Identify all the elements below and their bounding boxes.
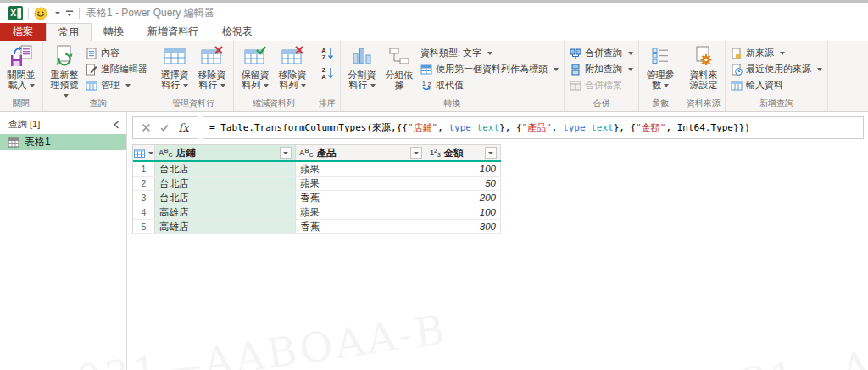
close-and-load-button[interactable]: 關閉並載入 xyxy=(3,42,40,90)
data-preview-grid: ABC 店鋪 ABC 產品 123 金額 1 台北店 蘋果 100 2 台北店 xyxy=(132,144,501,234)
group-label-combine: 合併 xyxy=(565,98,638,109)
ribbon-group-transform: 分割資料行 分組依據 資料類型: 文字 使用第一個資料列作為標頭 xyxy=(341,41,565,111)
cell-amount[interactable]: 100 xyxy=(426,162,501,176)
row-number[interactable]: 4 xyxy=(133,205,155,219)
cell-product[interactable]: 香蕉 xyxy=(296,220,426,233)
row-number[interactable]: 3 xyxy=(133,191,155,205)
group-label-manage-columns: 管理資料行 xyxy=(153,98,233,109)
advanced-editor-button[interactable]: 進階編輯器 xyxy=(83,61,150,77)
properties-button[interactable]: 內容 xyxy=(83,45,150,61)
query-list-item-selected[interactable]: 表格1 xyxy=(0,134,126,150)
data-type-label: 資料類型: 文字 xyxy=(420,47,481,59)
new-source-label: 新來源 xyxy=(746,47,774,59)
filter-button[interactable] xyxy=(410,147,422,159)
filter-caret-icon xyxy=(414,152,419,154)
tab-add-column[interactable]: 新增資料行 xyxy=(136,23,210,41)
choose-columns-button[interactable]: 選擇資料行 xyxy=(156,42,193,90)
dropdown-caret-icon xyxy=(30,84,35,87)
cell-store[interactable]: 高雄店 xyxy=(155,220,296,233)
refresh-preview-icon xyxy=(53,44,75,68)
append-queries-button[interactable]: 附加查詢 xyxy=(567,61,636,77)
manage-query-button[interactable]: 管理 xyxy=(83,77,150,93)
row-number[interactable]: 1 xyxy=(133,162,155,176)
cell-amount[interactable]: 200 xyxy=(426,191,501,205)
data-source-settings-button[interactable]: 資料來源設定 xyxy=(685,42,722,90)
cell-amount[interactable]: 300 xyxy=(426,220,501,233)
tab-file[interactable]: 檔案 xyxy=(0,23,46,41)
select-all-corner-button[interactable] xyxy=(133,145,155,160)
cell-product[interactable]: 香蕉 xyxy=(296,191,426,205)
cell-product[interactable]: 蘋果 xyxy=(296,205,426,219)
filter-button[interactable] xyxy=(485,147,497,159)
new-source-button[interactable]: 新來源 xyxy=(728,45,825,61)
group-by-button[interactable]: 分組依據 xyxy=(381,42,418,90)
watermark: 031—AABOAA-B xyxy=(73,306,450,370)
column-header-amount[interactable]: 123 金額 xyxy=(426,145,501,160)
filter-button[interactable] xyxy=(280,147,292,159)
window-title: 表格1 - Power Query 編輯器 xyxy=(86,6,214,20)
manage-parameters-button[interactable]: 管理參數 xyxy=(642,42,679,90)
remove-rows-button[interactable]: 移除資料列 xyxy=(274,42,311,90)
table-row: 2 台北店 蘋果 50 xyxy=(133,177,501,191)
dropdown-caret-icon xyxy=(554,68,559,71)
row-number[interactable]: 5 xyxy=(133,220,155,233)
queries-pane-header: 查詢 [1] xyxy=(0,112,126,134)
formula-text: }, { xyxy=(499,122,522,133)
dropdown-caret-icon xyxy=(125,84,131,87)
manage-icon xyxy=(86,80,97,92)
column-header-product[interactable]: ABC 產品 xyxy=(296,145,426,160)
replace-values-button[interactable]: 12 取代值 xyxy=(418,77,561,93)
sort-descending-button[interactable]: ZA xyxy=(317,64,337,81)
dropdown-caret-icon xyxy=(628,68,633,71)
column-header-store[interactable]: ABC 店鋪 xyxy=(155,145,296,160)
refresh-preview-button[interactable]: 重新整理預覽 xyxy=(46,42,83,100)
quick-access-toolbar-options-icon[interactable] xyxy=(65,9,74,18)
svg-text:X: X xyxy=(10,8,16,18)
ribbon-group-query: 重新整理預覽 內容 進階編輯器 管理 xyxy=(43,41,153,111)
merge-queries-button[interactable]: 合併查詢 xyxy=(567,45,636,61)
cell-amount[interactable]: 50 xyxy=(426,177,501,190)
cell-store[interactable]: 台北店 xyxy=(155,162,296,176)
merge-queries-icon xyxy=(570,48,581,59)
cell-product[interactable]: 蘋果 xyxy=(296,177,426,190)
tab-transform[interactable]: 轉換 xyxy=(92,23,136,41)
cell-store[interactable]: 台北店 xyxy=(155,177,296,190)
tab-home[interactable]: 常用 xyxy=(46,23,92,41)
tab-view[interactable]: 檢視表 xyxy=(210,23,264,41)
watermark: 031—AABOAA-B xyxy=(710,312,868,370)
new-source-icon xyxy=(731,48,743,59)
data-type-button[interactable]: 資料類型: 文字 xyxy=(418,45,561,61)
cancel-formula-icon[interactable] xyxy=(142,123,151,132)
grid-header-row: ABC 店鋪 ABC 產品 123 金額 xyxy=(133,145,501,162)
formula-input[interactable]: = Table.TransformColumnTypes(來源,{{"店鋪", … xyxy=(203,116,864,139)
cell-amount[interactable]: 100 xyxy=(426,205,501,219)
enter-data-button[interactable]: 輸入資料 xyxy=(728,77,825,93)
formula-text: , xyxy=(552,122,563,133)
enter-data-icon xyxy=(731,80,743,92)
remove-columns-button[interactable]: 移除資料行 xyxy=(193,42,231,90)
formula-text: , xyxy=(437,122,448,133)
advanced-editor-label: 進階編輯器 xyxy=(101,63,147,76)
smiley-dropdown-caret-icon[interactable] xyxy=(55,12,60,14)
data-source-settings-label: 資料來源設定 xyxy=(690,70,718,90)
collapse-pane-icon[interactable] xyxy=(113,121,120,129)
feedback-smiley-icon[interactable] xyxy=(34,7,47,20)
ribbon-group-data-sources: 資料來源設定 資料來源 xyxy=(682,41,726,111)
query-name: 表格1 xyxy=(25,135,51,149)
formula-text: }, { xyxy=(614,122,637,133)
use-first-row-as-headers-button[interactable]: 使用第一個資料列作為標頭 xyxy=(418,61,561,77)
cell-product[interactable]: 蘋果 xyxy=(296,162,426,176)
ribbon: 關閉並載入 關閉 重新整理預覽 內容 xyxy=(0,41,868,112)
remove-rows-icon xyxy=(281,44,303,68)
cell-store[interactable]: 高雄店 xyxy=(155,205,296,219)
recent-sources-button[interactable]: 最近使用的來源 xyxy=(728,61,825,77)
dropdown-caret-icon xyxy=(220,84,225,87)
keep-rows-button[interactable]: 保留資料列 xyxy=(236,42,274,90)
row-number[interactable]: 2 xyxy=(133,177,155,190)
sort-ascending-button[interactable]: AZ xyxy=(317,45,337,62)
dropdown-caret-icon xyxy=(780,52,785,55)
filter-caret-icon xyxy=(488,152,493,154)
cell-store[interactable]: 台北店 xyxy=(155,191,296,205)
commit-formula-icon[interactable] xyxy=(159,123,170,132)
split-column-button[interactable]: 分割資料行 xyxy=(343,42,381,90)
